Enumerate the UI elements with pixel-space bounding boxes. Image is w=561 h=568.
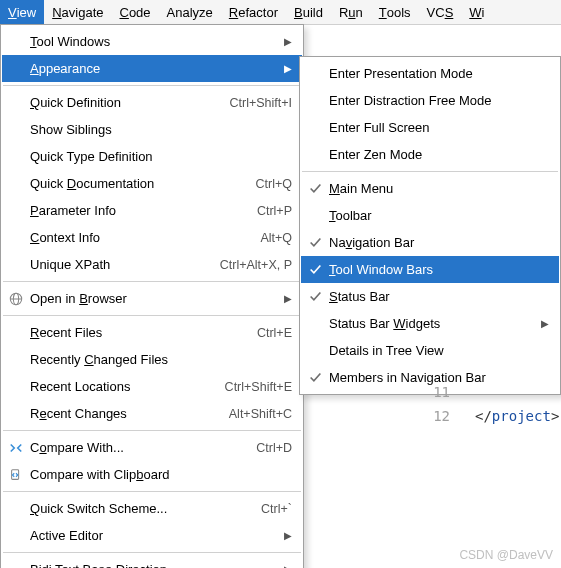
view-menu-item-context-info[interactable]: Context InfoAlt+Q [2, 224, 302, 251]
menu-shortcut: Ctrl+Shift+E [225, 380, 292, 394]
menu-item-label: Recently Changed Files [30, 352, 292, 367]
globe-icon [2, 292, 30, 306]
editor-gutter: 11 12 [410, 380, 450, 428]
check-icon [301, 182, 329, 195]
check-icon [301, 290, 329, 303]
menu-item-label: Enter Zen Mode [329, 147, 549, 162]
view-menu-item-active-editor[interactable]: Active Editor▶ [2, 522, 302, 549]
menu-item-label: Tool Window Bars [329, 262, 549, 277]
menu-shortcut: Ctrl+Q [256, 177, 292, 191]
menu-item-label: Parameter Info [30, 203, 257, 218]
view-menu-item-show-siblings[interactable]: Show Siblings [2, 116, 302, 143]
appearance-submenu: Enter Presentation ModeEnter Distraction… [299, 56, 561, 395]
appearance-item-main-menu[interactable]: Main Menu [301, 175, 559, 202]
view-menu-item-recent-changes[interactable]: Recent ChangesAlt+Shift+C [2, 400, 302, 427]
view-menu-item-recent-files[interactable]: Recent FilesCtrl+E [2, 319, 302, 346]
watermark: CSDN @DaveVV [459, 548, 553, 562]
menu-item-label: Quick Definition [30, 95, 229, 110]
view-menu-dropdown: Tool Windows▶Appearance▶Quick Definition… [0, 24, 304, 568]
view-menu-item-quick-switch-scheme-[interactable]: Quick Switch Scheme...Ctrl+` [2, 495, 302, 522]
menu-item-label: Compare with Clipboard [30, 467, 292, 482]
menubar-item-tools[interactable]: Tools [371, 0, 419, 24]
menu-shortcut: Alt+Shift+C [229, 407, 292, 421]
view-menu-item-compare-with-clipboard[interactable]: Compare with Clipboard [2, 461, 302, 488]
view-menu-separator [3, 85, 301, 86]
menu-shortcut: Alt+Q [260, 231, 292, 245]
view-menu-item-quick-definition[interactable]: Quick DefinitionCtrl+Shift+I [2, 89, 302, 116]
menu-item-label: Quick Documentation [30, 176, 256, 191]
menu-item-label: Bidi Text Base Direction [30, 562, 280, 568]
menu-item-label: Enter Full Screen [329, 120, 549, 135]
menu-item-label: Recent Locations [30, 379, 225, 394]
view-menu-item-compare-with-[interactable]: Compare With...Ctrl+D [2, 434, 302, 461]
chevron-right-icon: ▶ [284, 36, 292, 47]
view-menu-item-tool-windows[interactable]: Tool Windows▶ [2, 28, 302, 55]
chevron-right-icon: ▶ [284, 530, 292, 541]
view-menu-item-quick-type-definition[interactable]: Quick Type Definition [2, 143, 302, 170]
menu-shortcut: Ctrl+P [257, 204, 292, 218]
menu-item-label: Appearance [30, 61, 280, 76]
menubar-item-navigate[interactable]: Navigate [44, 0, 111, 24]
menu-item-label: Details in Tree View [329, 343, 549, 358]
editor-code: </project> [475, 404, 559, 428]
menubar-item-analyze[interactable]: Analyze [159, 0, 221, 24]
menu-item-label: Recent Files [30, 325, 257, 340]
menu-item-label: Context Info [30, 230, 260, 245]
view-menu-item-appearance[interactable]: Appearance▶ [2, 55, 302, 82]
menu-item-label: Quick Type Definition [30, 149, 292, 164]
view-menu-item-bidi-text-base-direction[interactable]: Bidi Text Base Direction▶ [2, 556, 302, 568]
appearance-item-enter-presentation-mode[interactable]: Enter Presentation Mode [301, 60, 559, 87]
menu-item-label: Open in Browser [30, 291, 280, 306]
line-number: 11 [410, 380, 450, 404]
menubar-item-vcs[interactable]: VCS [419, 0, 462, 24]
appearance-item-toolbar[interactable]: Toolbar [301, 202, 559, 229]
menu-item-label: Recent Changes [30, 406, 229, 421]
view-menu-item-open-in-browser[interactable]: Open in Browser▶ [2, 285, 302, 312]
appearance-item-status-bar-widgets[interactable]: Status Bar Widgets▶ [301, 310, 559, 337]
editor-background: 11 12 </project> [300, 380, 561, 568]
chevron-right-icon: ▶ [284, 63, 292, 74]
menubar-item-refactor[interactable]: Refactor [221, 0, 286, 24]
view-menu-item-unique-xpath[interactable]: Unique XPathCtrl+Alt+X, P [2, 251, 302, 278]
menu-item-label: Toolbar [329, 208, 549, 223]
menu-shortcut: Ctrl+Shift+I [229, 96, 292, 110]
view-menu-separator [3, 430, 301, 431]
appearance-item-navigation-bar[interactable]: Navigation Bar [301, 229, 559, 256]
menubar-item-wi[interactable]: Wi [461, 0, 492, 24]
compare-icon [2, 441, 30, 455]
appearance-item-enter-full-screen[interactable]: Enter Full Screen [301, 114, 559, 141]
menu-item-label: Quick Switch Scheme... [30, 501, 261, 516]
view-menu-item-recently-changed-files[interactable]: Recently Changed Files [2, 346, 302, 373]
appearance-item-status-bar[interactable]: Status Bar [301, 283, 559, 310]
appearance-item-tool-window-bars[interactable]: Tool Window Bars [301, 256, 559, 283]
menubar-item-build[interactable]: Build [286, 0, 331, 24]
view-menu-item-parameter-info[interactable]: Parameter InfoCtrl+P [2, 197, 302, 224]
menu-item-label: Enter Distraction Free Mode [329, 93, 549, 108]
menubar-item-run[interactable]: Run [331, 0, 371, 24]
view-menu-separator [3, 491, 301, 492]
menu-item-label: Status Bar [329, 289, 549, 304]
view-menu-separator [3, 281, 301, 282]
clipboard-compare-icon [2, 468, 30, 482]
appearance-item-details-in-tree-view[interactable]: Details in Tree View [301, 337, 559, 364]
menu-item-label: Tool Windows [30, 34, 280, 49]
menu-shortcut: Ctrl+Alt+X, P [220, 258, 292, 272]
chevron-right-icon: ▶ [284, 293, 292, 304]
view-menu-separator [3, 552, 301, 553]
menu-item-label: Status Bar Widgets [329, 316, 537, 331]
view-menu-item-recent-locations[interactable]: Recent LocationsCtrl+Shift+E [2, 373, 302, 400]
menubar-item-view[interactable]: View [0, 0, 44, 24]
menu-item-label: Unique XPath [30, 257, 220, 272]
appearance-item-enter-distraction-free-mode[interactable]: Enter Distraction Free Mode [301, 87, 559, 114]
check-icon [301, 236, 329, 249]
menu-item-label: Navigation Bar [329, 235, 549, 250]
appearance-item-enter-zen-mode[interactable]: Enter Zen Mode [301, 141, 559, 168]
appearance-separator [302, 171, 558, 172]
menu-item-label: Enter Presentation Mode [329, 66, 549, 81]
menubar-item-code[interactable]: Code [112, 0, 159, 24]
view-menu-separator [3, 315, 301, 316]
view-menu-item-quick-documentation[interactable]: Quick DocumentationCtrl+Q [2, 170, 302, 197]
chevron-right-icon: ▶ [284, 564, 292, 568]
menubar: ViewNavigateCodeAnalyzeRefactorBuildRunT… [0, 0, 561, 25]
menu-shortcut: Ctrl+E [257, 326, 292, 340]
